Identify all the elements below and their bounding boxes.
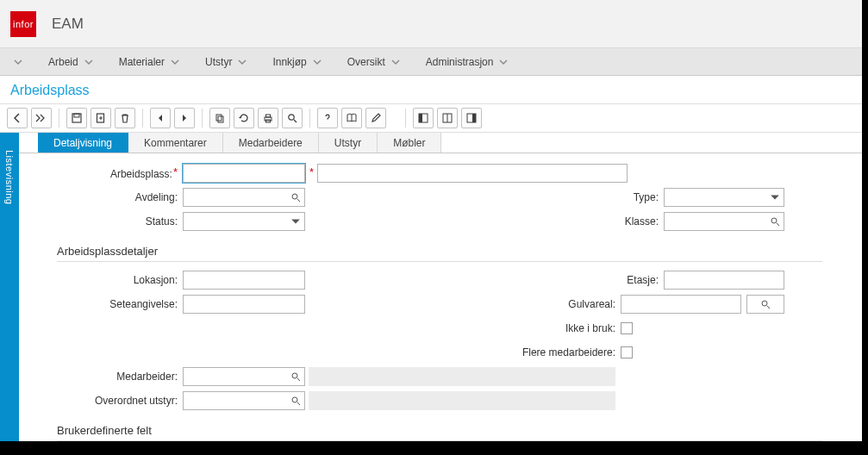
- app-header: infor EAM: [0, 0, 862, 48]
- flere-medarbeidere-checkbox[interactable]: [621, 346, 633, 358]
- lokasjon-input[interactable]: [183, 271, 305, 290]
- seteangivelse-input[interactable]: [183, 295, 305, 314]
- chevron-down-icon: [169, 56, 181, 68]
- tab-medarbeidere[interactable]: Medarbeidere: [223, 133, 319, 153]
- gulvareal-input[interactable]: [621, 295, 741, 314]
- chevron-down-icon: [497, 56, 509, 68]
- menubar: Arbeid Materialer Utstyr Innkjøp Oversik…: [0, 48, 862, 76]
- status-select[interactable]: [183, 212, 305, 231]
- label-avdeling: Avdeling:: [19, 191, 183, 203]
- chevron-down-icon: [83, 56, 95, 68]
- svg-rect-6: [266, 115, 271, 117]
- svg-rect-14: [472, 114, 476, 122]
- pane-right-button[interactable]: [461, 108, 482, 128]
- save-button[interactable]: [66, 108, 87, 128]
- svg-rect-4: [218, 116, 223, 122]
- type-select[interactable]: [664, 188, 784, 207]
- svg-point-17: [762, 301, 767, 306]
- svg-point-19: [292, 397, 297, 402]
- menu-caret-icon[interactable]: [12, 56, 24, 68]
- chevron-down-icon[interactable]: [289, 215, 303, 228]
- search-button[interactable]: [282, 108, 303, 128]
- label-klasse: Klasse:: [560, 215, 664, 228]
- label-gulvareal: Gulvareal:: [517, 298, 621, 310]
- tab-detaljvisning[interactable]: Detaljvisning: [38, 133, 128, 153]
- section-arbeidsplassdetaljer: Arbeidsplassdetaljer: [57, 245, 822, 262]
- svg-rect-3: [216, 115, 222, 121]
- print-button[interactable]: [258, 108, 278, 128]
- menu-oversikt[interactable]: Oversikt: [347, 56, 402, 68]
- svg-rect-1: [74, 114, 79, 117]
- menu-innkjop[interactable]: Innkjøp: [272, 56, 322, 68]
- back-button[interactable]: [7, 108, 28, 128]
- chevron-down-icon: [311, 56, 323, 68]
- chevron-down-icon: [390, 56, 402, 68]
- prev-record-button[interactable]: [150, 108, 171, 128]
- lookup-icon[interactable]: [768, 215, 782, 228]
- label-lokasjon: Lokasjon:: [19, 274, 183, 286]
- pane-split-button[interactable]: [437, 108, 458, 128]
- arbeidsplass-input[interactable]: [183, 164, 305, 183]
- svg-point-16: [771, 218, 777, 223]
- lookup-icon[interactable]: [289, 394, 303, 408]
- required-icon: *: [173, 165, 178, 178]
- book-button[interactable]: [341, 108, 362, 128]
- klasse-input[interactable]: [664, 212, 784, 231]
- ikke-i-bruk-checkbox[interactable]: [621, 322, 633, 334]
- overordnet-utstyr-input[interactable]: [183, 391, 305, 410]
- chevron-down-icon: [236, 56, 248, 68]
- copy-button[interactable]: [209, 108, 230, 128]
- side-rail-listevisning[interactable]: Listevisning: [0, 133, 19, 441]
- label-arbeidsplass: Arbeidsplass:: [110, 168, 172, 180]
- section-brukerdefinerte-felt: Brukerdefinerte felt: [57, 424, 822, 441]
- page-title: Arbeidsplass: [0, 76, 862, 103]
- label-medarbeider: Medarbeider:: [19, 371, 183, 383]
- infor-logo: infor: [10, 11, 36, 37]
- menu-administrasjon[interactable]: Administrasjon: [426, 56, 510, 68]
- menu-arbeid[interactable]: Arbeid: [48, 56, 95, 68]
- toolbar: [0, 103, 862, 133]
- new-button[interactable]: [91, 108, 111, 128]
- delete-button[interactable]: [115, 108, 135, 128]
- avdeling-input[interactable]: [183, 188, 305, 207]
- tab-bar: Detaljvisning Kommentarer Medarbeidere U…: [19, 133, 862, 153]
- pane-left-button[interactable]: [413, 108, 434, 128]
- label-type: Type:: [560, 191, 664, 203]
- help-button[interactable]: [317, 108, 338, 128]
- edit-button[interactable]: [365, 108, 386, 128]
- app-title: EAM: [52, 16, 84, 33]
- required-icon: *: [309, 165, 314, 178]
- tab-utstyr[interactable]: Utstyr: [319, 133, 378, 153]
- svg-rect-10: [419, 114, 422, 122]
- label-etasje: Etasje:: [560, 274, 664, 286]
- refresh-button[interactable]: [234, 108, 254, 128]
- menu-materialer[interactable]: Materialer: [119, 56, 181, 68]
- tab-kommentarer[interactable]: Kommentarer: [128, 133, 223, 153]
- medarbeider-input[interactable]: [183, 367, 305, 386]
- menu-utstyr[interactable]: Utstyr: [205, 56, 248, 68]
- label-overordnet-utstyr: Overordnet utstyr:: [19, 395, 183, 407]
- next-record-button[interactable]: [174, 108, 195, 128]
- arbeidsplass-desc-input[interactable]: [317, 164, 628, 183]
- svg-point-8: [289, 115, 294, 120]
- svg-point-15: [292, 194, 297, 199]
- tab-mobler[interactable]: Møbler: [378, 133, 441, 153]
- label-seteangivelse: Seteangivelse:: [19, 298, 183, 310]
- gulvareal-uom-lookup[interactable]: [746, 295, 784, 314]
- medarbeider-desc: [309, 367, 615, 386]
- label-ikke-i-bruk: Ikke i bruk:: [517, 322, 621, 334]
- lookup-icon[interactable]: [289, 190, 303, 204]
- etasje-input[interactable]: [664, 271, 784, 290]
- overordnet-utstyr-desc: [309, 391, 615, 410]
- label-status: Status:: [19, 215, 183, 228]
- back-history-button[interactable]: [31, 108, 52, 128]
- lookup-icon[interactable]: [289, 370, 303, 383]
- svg-point-18: [292, 373, 297, 378]
- label-flere-medarbeidere: Flere medarbeidere:: [491, 346, 621, 358]
- chevron-down-icon[interactable]: [768, 190, 782, 204]
